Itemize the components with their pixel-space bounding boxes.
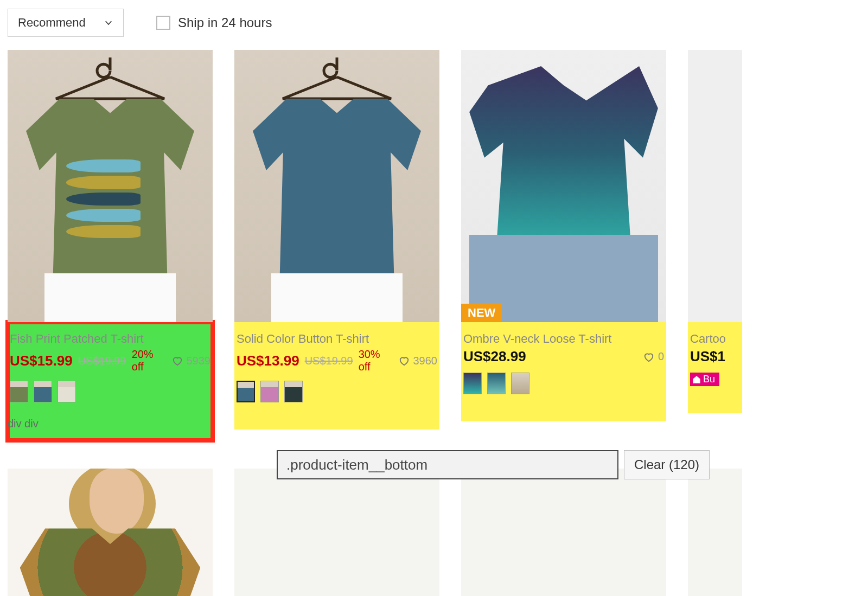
product-card[interactable]	[461, 469, 666, 596]
chevron-down-icon	[104, 18, 113, 28]
product-card[interactable]: NEW Ombre V-neck Loose T-shirt US$28.99 …	[461, 50, 666, 440]
product-title[interactable]: Solid Color Button T-shirt	[237, 332, 437, 346]
likes-count: 0	[658, 350, 664, 363]
likes[interactable]: 3960	[398, 355, 438, 367]
product-card[interactable]	[688, 469, 742, 596]
color-swatch[interactable]	[237, 381, 255, 402]
sort-label: Recommend	[18, 16, 86, 30]
color-swatch[interactable]	[260, 381, 279, 402]
likes[interactable]: 0	[643, 350, 664, 363]
color-swatch[interactable]	[284, 381, 303, 402]
tag-icon	[692, 375, 701, 384]
swatch-row	[463, 373, 664, 394]
clear-button[interactable]: Clear (120)	[624, 450, 710, 479]
product-image[interactable]	[234, 50, 439, 322]
product-image[interactable]	[461, 469, 666, 596]
price: US$28.99	[463, 348, 526, 365]
selector-bar: Clear (120)	[277, 450, 710, 479]
swatch-row	[10, 381, 210, 402]
heart-icon	[643, 351, 655, 363]
product-grid	[0, 469, 868, 596]
product-card[interactable]: Fish Print Patched T-shirt US$15.99 US$1…	[8, 50, 213, 440]
ship-label: Ship in 24 hours	[178, 15, 272, 30]
buy-tag-label: Bu	[703, 374, 715, 385]
product-item-bottom: Ombre V-neck Loose T-shirt US$28.99 0	[461, 322, 666, 421]
product-image[interactable]: NEW	[461, 50, 666, 322]
product-card[interactable]: Solid Color Button T-shirt US$13.99 US$1…	[234, 50, 439, 440]
color-swatch[interactable]	[58, 381, 76, 402]
discount: 30% off	[359, 348, 393, 373]
product-image[interactable]	[8, 50, 213, 322]
product-item-bottom: Solid Color Button T-shirt US$13.99 US$1…	[234, 322, 439, 430]
product-title[interactable]: Fish Print Patched T-shirt	[10, 332, 210, 346]
price-row: US$28.99 0	[463, 348, 664, 365]
likes[interactable]: 5939	[171, 355, 211, 367]
css-selector-input[interactable]	[277, 450, 618, 479]
product-card[interactable]	[234, 469, 439, 596]
price: US$13.99	[237, 353, 299, 369]
likes-count: 5939	[187, 355, 211, 367]
color-swatch[interactable]	[10, 381, 28, 402]
swatch-row	[237, 381, 437, 402]
filter-bar: Recommend Ship in 24 hours	[0, 0, 868, 50]
color-swatch[interactable]	[487, 373, 506, 394]
price: US$15.99	[10, 353, 73, 369]
orig-price: US$19.99	[305, 355, 353, 367]
product-card[interactable]: Cartoo US$1 Bu	[688, 50, 742, 440]
product-title[interactable]: Cartoo	[690, 332, 740, 346]
price-row: US$13.99 US$19.99 30% off 3960	[237, 348, 437, 373]
orig-price: US$19.99	[78, 355, 126, 367]
product-grid: Fish Print Patched T-shirt US$15.99 US$1…	[0, 50, 868, 440]
ship-checkbox[interactable]	[156, 16, 170, 30]
buy-tag[interactable]: Bu	[690, 373, 719, 386]
color-swatch[interactable]	[34, 381, 52, 402]
product-image[interactable]	[234, 469, 439, 596]
product-item-bottom: Cartoo US$1 Bu	[688, 322, 742, 413]
product-image[interactable]	[8, 469, 213, 596]
discount: 20% off	[132, 348, 166, 373]
color-swatch[interactable]	[511, 373, 529, 394]
color-swatch[interactable]	[463, 373, 482, 394]
new-badge: NEW	[461, 304, 502, 322]
product-title[interactable]: Ombre V-neck Loose T-shirt	[463, 332, 664, 346]
product-image[interactable]	[688, 469, 742, 596]
heart-icon	[398, 355, 410, 367]
ship-filter[interactable]: Ship in 24 hours	[156, 15, 272, 30]
dom-breadcrumb: div div	[8, 418, 39, 430]
product-card[interactable]	[8, 469, 213, 596]
likes-count: 3960	[413, 355, 438, 367]
heart-icon	[171, 355, 183, 367]
price-row: US$15.99 US$19.99 20% off 5939	[10, 348, 210, 373]
product-image[interactable]	[688, 50, 742, 322]
price: US$1	[690, 348, 725, 365]
sort-dropdown[interactable]: Recommend	[8, 9, 124, 37]
price-row: US$1	[690, 348, 740, 365]
